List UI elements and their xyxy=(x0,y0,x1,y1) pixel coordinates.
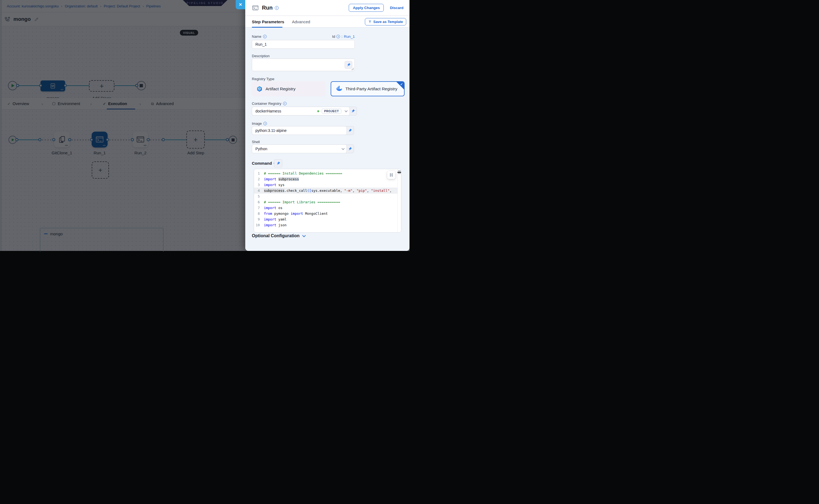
registry-option-third-party[interactable]: Third-Party Artifact Registry ✓ xyxy=(331,81,404,96)
container-registry-label: Container Registry i xyxy=(252,102,286,106)
drawer-header: Run i Apply Changes Discard xyxy=(245,0,410,16)
code-text: subprocess.check_call([sys.executable, "… xyxy=(264,188,401,193)
optional-configuration-label: Optional Configuration xyxy=(252,233,299,238)
chevron-down-icon xyxy=(341,147,344,150)
shell-label: Shell xyxy=(252,140,260,144)
image-field: python:3.11-alpine xyxy=(252,126,354,135)
command-label: Command xyxy=(252,161,272,166)
chevron-down-icon xyxy=(302,234,306,237)
info-icon[interactable]: i xyxy=(263,122,267,125)
code-line: 9import yaml xyxy=(254,216,401,222)
line-number: 5 xyxy=(254,193,264,199)
registry-option-label: Third-Party Artifact Registry xyxy=(345,86,397,91)
code-line: 3import sys xyxy=(254,182,401,188)
docker-whale-icon xyxy=(336,86,342,92)
save-as-template-label: Save as Template xyxy=(373,20,403,24)
pin-runtime-input-button[interactable] xyxy=(346,145,354,153)
code-text: import yaml xyxy=(264,216,401,222)
pin-icon xyxy=(348,147,352,151)
pin-icon xyxy=(276,161,280,166)
code-text: import json xyxy=(264,222,401,228)
scope-badge: PROJECT xyxy=(322,109,341,114)
pin-runtime-input-button[interactable] xyxy=(346,126,354,135)
apply-changes-button[interactable]: Apply Changes xyxy=(349,4,384,12)
image-label-text: Image xyxy=(252,121,262,126)
close-drawer-button[interactable]: ✕ xyxy=(236,0,245,9)
expand-icon xyxy=(389,173,393,177)
code-line: 1# ====== Install Dependencies ======== xyxy=(254,170,401,176)
discard-button[interactable]: Discard xyxy=(390,6,403,10)
line-number: 1 xyxy=(254,170,264,176)
registry-option-label: Artifact Registry xyxy=(265,86,295,91)
name-input[interactable] xyxy=(252,40,355,49)
line-number: 7 xyxy=(254,205,264,211)
id-label: Id xyxy=(332,34,335,39)
command-code-editor[interactable]: 1# ====== Install Dependencies ========2… xyxy=(254,169,401,233)
pin-icon xyxy=(348,129,352,133)
line-number: 6 xyxy=(254,199,264,205)
image-input[interactable]: python:3.11-alpine xyxy=(252,126,347,135)
info-icon[interactable]: i xyxy=(283,102,286,105)
upload-icon xyxy=(368,20,372,24)
shell-select[interactable]: Python xyxy=(252,144,347,153)
registry-type-label: Registry Type xyxy=(252,77,274,81)
drawer-tab-bar: Step Parameters Advanced Save as Templat… xyxy=(245,16,410,28)
id-separator: : xyxy=(341,34,342,39)
optional-configuration-toggle[interactable]: Optional Configuration xyxy=(252,233,305,238)
code-line: 7import os xyxy=(254,205,401,211)
code-lines: 1# ====== Install Dependencies ========2… xyxy=(254,170,401,228)
code-text: import sys xyxy=(264,182,401,188)
container-registry-select[interactable]: dockerHarness PROJECT xyxy=(252,107,350,115)
app-root: Account: kurosakiichigo.songoku › Organi… xyxy=(0,0,410,252)
pin-runtime-input-button[interactable] xyxy=(349,107,357,115)
id-value[interactable]: Run_1 xyxy=(344,34,355,39)
code-text: import subprocess xyxy=(264,176,401,182)
code-line: 8from pymongo import MongoClient xyxy=(254,211,401,216)
container-registry-field: dockerHarness PROJECT xyxy=(252,107,357,115)
code-line: 2import subprocess xyxy=(254,176,401,182)
drawer-title: Run xyxy=(262,5,273,11)
info-icon[interactable]: i xyxy=(336,35,340,38)
code-text: # ====== Import Libraries =========== xyxy=(264,199,401,205)
editor-scrollbar[interactable] xyxy=(397,169,401,232)
description-textarea[interactable] xyxy=(252,59,355,71)
pin-runtime-input-button[interactable] xyxy=(274,159,282,167)
connectivity-status-dot xyxy=(317,110,319,112)
line-number: 2 xyxy=(254,176,264,182)
description-label: Description xyxy=(252,54,270,58)
save-as-template-button[interactable]: Save as Template xyxy=(365,18,406,25)
selected-check-icon: ✓ xyxy=(400,82,403,86)
code-text: from pymongo import MongoClient xyxy=(264,211,401,216)
container-registry-value: dockerHarness xyxy=(255,109,281,113)
step-id-row: Id i : Run_1 xyxy=(252,34,355,39)
shell-value: Python xyxy=(255,147,267,151)
overview-ruler-mark xyxy=(397,172,401,173)
code-line: 5 xyxy=(254,193,401,199)
code-line: 10import json xyxy=(254,222,401,228)
code-line: 6# ====== Import Libraries =========== xyxy=(254,199,401,205)
tab-step-parameters[interactable]: Step Parameters xyxy=(252,19,284,24)
expand-editor-button[interactable] xyxy=(387,171,395,179)
code-text: import os xyxy=(264,205,401,211)
line-number: 8 xyxy=(254,211,264,216)
registry-option-artifact-registry[interactable]: Artifact Registry xyxy=(252,81,326,96)
step-parameters-form: Name i Id i : Run_1 Description Registry… xyxy=(245,28,410,251)
code-text: # ====== Install Dependencies ======== xyxy=(264,170,401,176)
code-text xyxy=(264,193,401,199)
shell-field: Python xyxy=(252,144,354,153)
image-value: python:3.11-alpine xyxy=(255,128,286,133)
code-line: 4subprocess.check_call([sys.executable, … xyxy=(254,188,401,193)
pin-icon xyxy=(346,63,351,67)
tab-advanced[interactable]: Advanced xyxy=(292,19,310,24)
resize-handle[interactable] xyxy=(351,68,354,70)
pin-icon xyxy=(351,109,355,113)
command-label-row: Command i xyxy=(252,161,277,166)
line-number: 4 xyxy=(254,188,264,193)
line-number: 3 xyxy=(254,182,264,188)
container-registry-label-text: Container Registry xyxy=(252,102,281,106)
artifact-registry-icon xyxy=(256,86,262,92)
chevron-down-icon xyxy=(344,109,347,112)
info-icon[interactable]: i xyxy=(275,6,279,10)
line-number: 9 xyxy=(254,216,264,222)
image-label: Image i xyxy=(252,121,267,126)
